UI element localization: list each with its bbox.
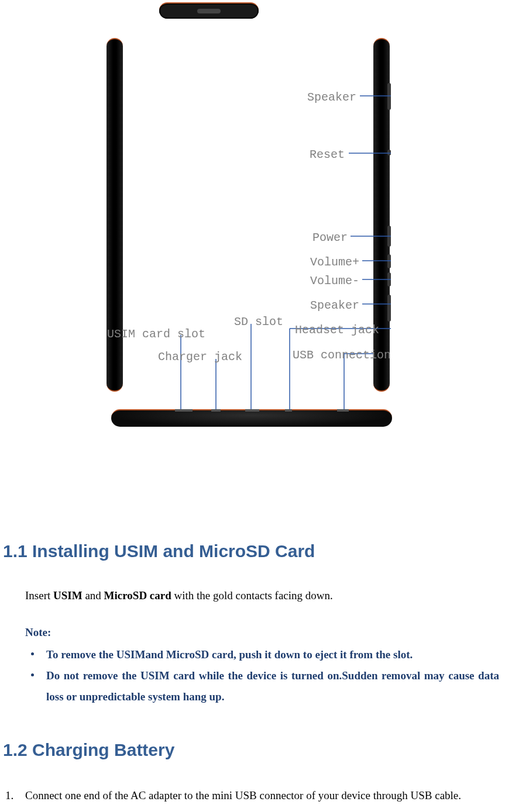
- p-suffix: with the gold contacts facing down.: [171, 589, 333, 602]
- charger-port: [211, 409, 221, 412]
- note-item: Do not remove the USIM card while the de…: [25, 665, 499, 707]
- insert-paragraph: Insert USIM and MicroSD card with the go…: [25, 588, 499, 604]
- note-heading: Note:: [25, 624, 499, 641]
- usb-port: [337, 409, 349, 412]
- device-top-edge: [159, 2, 259, 19]
- callout-lines: [0, 0, 505, 433]
- label-sd-slot: SD slot: [234, 313, 283, 331]
- device-diagram: Speaker Reset Power Volume+ Volume- Spea…: [0, 0, 505, 433]
- label-reset: Reset: [266, 146, 345, 164]
- label-usb: USB connection: [293, 347, 391, 364]
- sd-port: [245, 409, 259, 412]
- speaker-bottom-button: [387, 295, 391, 322]
- p-mid: and: [83, 589, 104, 602]
- label-power: Power: [266, 229, 348, 247]
- steps-list: Connect one end of the AC adapter to the…: [3, 786, 502, 805]
- label-charger-jack: Charger jack: [158, 348, 242, 366]
- usim-port: [175, 409, 193, 412]
- label-volume-down: Volume-: [266, 272, 359, 290]
- reset-hole: [387, 150, 391, 156]
- heading-1-1: 1.1 Installing USIM and MicroSD Card: [3, 538, 502, 564]
- note-list: To remove the USIMand MicroSD card, push…: [25, 644, 499, 707]
- volume-up-button: [387, 254, 391, 268]
- label-headset: Headset jack: [295, 322, 379, 339]
- label-speaker-top: Speaker: [266, 89, 356, 106]
- label-usim-slot: USIM card slot: [107, 326, 205, 343]
- device-bottom-edge: [111, 409, 392, 427]
- p-bold-usim: USIM: [53, 589, 83, 602]
- step-item: Connect one end of the AC adapter to the…: [3, 786, 502, 805]
- label-speaker-bottom: Speaker: [266, 297, 359, 315]
- note-item: To remove the USIMand MicroSD card, push…: [25, 644, 499, 665]
- label-volume-up: Volume+: [266, 254, 359, 271]
- power-button: [387, 226, 391, 247]
- p-bold-microsd: MicroSD card: [104, 589, 171, 602]
- headset-port: [285, 409, 292, 412]
- p-prefix: Insert: [25, 589, 53, 602]
- volume-down-button: [387, 272, 391, 286]
- heading-1-2: 1.2 Charging Battery: [3, 737, 502, 763]
- speaker-top-button: [387, 83, 391, 110]
